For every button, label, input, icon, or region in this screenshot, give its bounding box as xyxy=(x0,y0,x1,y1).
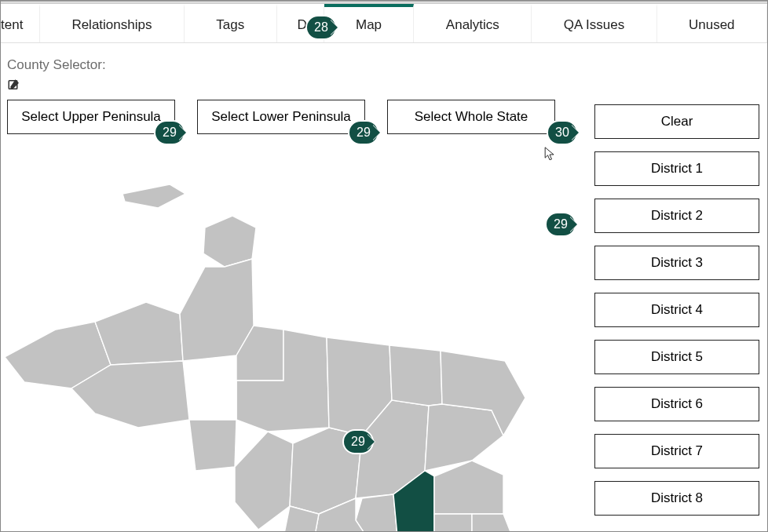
select-whole-state-button[interactable]: Select Whole State xyxy=(387,100,555,134)
county-presque-isle[interactable] xyxy=(434,461,503,514)
clear-button[interactable]: Clear xyxy=(594,104,759,139)
county-menominee[interactable] xyxy=(235,432,293,530)
tab-qa-issues[interactable]: QA Issues xyxy=(532,4,656,42)
district-2-button[interactable]: District 2 xyxy=(594,199,759,233)
tab-map[interactable]: Map xyxy=(324,4,415,42)
tab-d-partial[interactable]: D xyxy=(277,4,324,42)
select-upper-peninsula-button[interactable]: Select Upper Peninsula xyxy=(7,100,175,134)
county-mackinac[interactable] xyxy=(425,404,503,471)
county-alpena[interactable] xyxy=(472,514,515,531)
county-dickinson[interactable] xyxy=(189,381,236,471)
tab-tags[interactable]: Tags xyxy=(185,4,277,42)
tab-unused[interactable]: Unused xyxy=(657,4,767,42)
michigan-map[interactable] xyxy=(1,184,566,531)
district-3-button[interactable]: District 3 xyxy=(594,246,759,280)
county-luce[interactable] xyxy=(389,345,442,406)
district-6-button[interactable]: District 6 xyxy=(594,387,759,421)
district-1-button[interactable]: District 1 xyxy=(594,151,759,186)
county-selector-label: County Selector: xyxy=(7,57,761,73)
district-5-button[interactable]: District 5 xyxy=(594,340,759,374)
district-4-button[interactable]: District 4 xyxy=(594,293,759,327)
county-isle-royale[interactable] xyxy=(123,184,185,208)
district-8-button[interactable]: District 8 xyxy=(594,481,759,516)
tab-relationships[interactable]: Relationships xyxy=(40,4,185,42)
county-montmorency[interactable] xyxy=(434,514,472,531)
select-lower-peninsula-button[interactable]: Select Lower Peninsula xyxy=(197,100,365,134)
district-7-button[interactable]: District 7 xyxy=(594,434,759,468)
tab-content-partial[interactable]: tent xyxy=(1,4,40,42)
county-emmet[interactable] xyxy=(356,494,397,531)
edit-icon[interactable] xyxy=(7,78,21,100)
tabs: tent Relationships Tags D Map Analytics … xyxy=(1,4,767,43)
tab-analytics[interactable]: Analytics xyxy=(414,4,532,42)
county-ontonagon[interactable] xyxy=(95,302,183,365)
county-keweenaw[interactable] xyxy=(203,216,256,267)
